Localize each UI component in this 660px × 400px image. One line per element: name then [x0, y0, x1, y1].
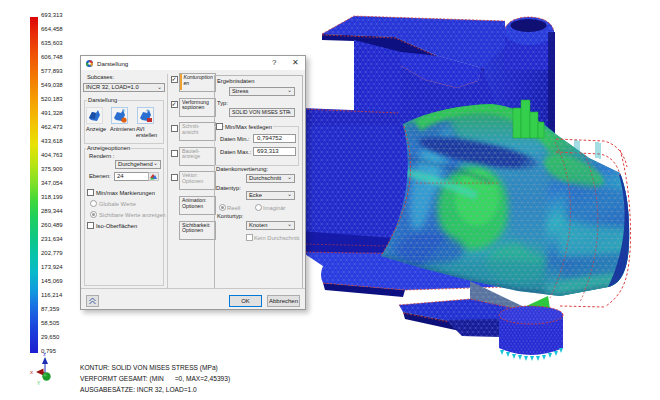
svg-text:❄: ❄ — [121, 108, 125, 113]
svg-text:x: x — [30, 369, 33, 375]
svg-text:Y: Y — [37, 380, 41, 386]
svg-text:z: z — [43, 351, 46, 357]
